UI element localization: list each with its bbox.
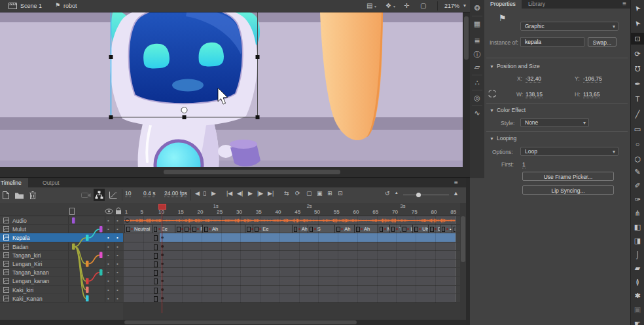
- first-frame-value[interactable]: 1: [522, 161, 526, 168]
- gradient-transform-tool[interactable]: ⟳: [631, 48, 644, 60]
- frame-span[interactable]: [124, 286, 456, 294]
- lip-syncing-button[interactable]: Lip Syncing...: [522, 185, 614, 195]
- y-value[interactable]: -106,75: [583, 75, 602, 83]
- timeline-vscrollbar-thumb[interactable]: [461, 216, 465, 262]
- looping-section-header[interactable]: ▼Looping: [490, 135, 516, 142]
- layer-parent-marker-mulut[interactable]: [99, 226, 103, 233]
- timeline-panel-menu-icon[interactable]: ≡: [454, 179, 458, 186]
- hand-tool[interactable]: ☛: [631, 317, 644, 325]
- frames-grid[interactable]: NeutralEeDEFAhDEeAhSAhAhMTLUhD•S: [123, 216, 460, 303]
- frame-row-lengan_kanan[interactable]: [123, 277, 460, 285]
- reset-zoom-icon[interactable]: ↺: [385, 190, 390, 197]
- mouth-keyframe-segment[interactable]: Uh: [412, 225, 428, 233]
- mouth-keyframe-segment[interactable]: Neutral: [124, 225, 152, 233]
- show-parenting-view-button[interactable]: [94, 189, 105, 201]
- ink-bottle-tool[interactable]: ◨: [631, 235, 644, 246]
- frame-span[interactable]: [124, 268, 456, 276]
- timeline-vscrollbar[interactable]: [460, 203, 466, 320]
- eyedropper-tool[interactable]: ⌡: [631, 248, 644, 260]
- paint-bucket-tool[interactable]: ◧: [631, 221, 644, 233]
- timeline-zoom-slider-track[interactable]: [403, 195, 449, 195]
- frame-row-tangan_kiri[interactable]: [123, 251, 460, 259]
- h-value[interactable]: 113,65: [583, 91, 599, 98]
- frame-span[interactable]: [124, 294, 456, 302]
- zoom-in-timeline-icon[interactable]: ▲: [453, 190, 459, 197]
- motion-editor-panel-icon[interactable]: ∿: [470, 109, 484, 117]
- use-frame-picker-button[interactable]: Use Frame Picker...: [522, 172, 614, 181]
- timeline-hscrollbar-thumb[interactable]: [124, 320, 357, 324]
- pen-tool[interactable]: ✒: [631, 78, 644, 90]
- frame-row-mulut[interactable]: NeutralEeDEFAhDEeAhSAhAhMTLUhD•S: [123, 225, 460, 233]
- layer-parent-marker-tangan_kanan[interactable]: [99, 269, 103, 276]
- edit-scene-icon[interactable]: ▤: [367, 2, 372, 9]
- tab-output[interactable]: Output: [36, 178, 66, 187]
- lock-column-icon[interactable]: [115, 207, 122, 215]
- frame-row-kaki_kiri[interactable]: [123, 286, 460, 294]
- rectangle-tool[interactable]: ▭: [631, 123, 644, 135]
- lasso-tool[interactable]: ℧: [631, 63, 644, 75]
- selection-tool[interactable]: ➤: [631, 3, 644, 14]
- asset-warp-tool[interactable]: ✱: [631, 290, 644, 301]
- symbol-type-dropdown[interactable]: Graphic▾: [520, 22, 618, 31]
- link-width-height-icon[interactable]: [488, 90, 497, 98]
- align-panel-icon[interactable]: ≣: [470, 37, 484, 45]
- frame-span[interactable]: [124, 259, 456, 267]
- color-style-dropdown[interactable]: None▾: [520, 118, 589, 127]
- zoom-dropdown-chevron-icon[interactable]: ▾: [463, 3, 466, 9]
- layer-parent-marker-lengan_kiri[interactable]: [86, 261, 89, 267]
- loop-icon[interactable]: ⟳: [295, 190, 300, 197]
- swatches-panel-icon[interactable]: ▦: [470, 20, 484, 28]
- frame-forward-icon[interactable]: |▶: [257, 190, 263, 197]
- stage-canvas[interactable]: [0, 12, 470, 177]
- layer-parent-marker-audio[interactable]: [72, 218, 75, 224]
- bone-tool[interactable]: ⋔: [631, 207, 644, 219]
- camera-tool[interactable]: ▣: [631, 303, 644, 315]
- pencil-tool[interactable]: ✎: [631, 166, 644, 178]
- mouth-keyframe-segment[interactable]: D: [245, 225, 253, 233]
- timeline-ruler[interactable]: 1s2s3s1510152025303540455055606570758085: [0, 203, 466, 216]
- mouth-keyframe-segment[interactable]: T: [389, 225, 401, 233]
- mouth-keyframe-segment[interactable]: Ah: [292, 225, 308, 233]
- timeline-hscrollbar[interactable]: [0, 320, 466, 325]
- selected-frame-span[interactable]: [160, 233, 456, 241]
- go-first-frame-icon[interactable]: |◀: [226, 190, 232, 197]
- eye-column-icon[interactable]: [105, 208, 113, 214]
- current-frame-value[interactable]: 10: [125, 190, 131, 197]
- free-transform-tool[interactable]: ⊡: [631, 33, 644, 45]
- new-folder-icon[interactable]: [14, 191, 24, 199]
- frame-row-audio[interactable]: [123, 216, 460, 225]
- breadcrumb-scene[interactable]: Scene 1: [20, 3, 42, 9]
- x-value[interactable]: -32,40: [526, 75, 541, 83]
- layer-parent-marker-kepala[interactable]: [86, 235, 89, 241]
- line-tool[interactable]: ╱: [631, 108, 644, 120]
- mouth-keyframe-segment[interactable]: E: [183, 225, 190, 233]
- mouth-keyframe-segment[interactable]: D: [428, 225, 440, 233]
- classic-brush-tool[interactable]: ✐: [631, 180, 644, 191]
- delete-layer-icon[interactable]: [29, 191, 37, 200]
- instance-name-field[interactable]: kepala: [520, 37, 584, 47]
- frame-span[interactable]: [124, 277, 456, 284]
- color-effect-section-header[interactable]: ▼Color Effect: [490, 107, 526, 113]
- mouth-keyframe-segment[interactable]: Ee: [253, 225, 292, 233]
- tab-timeline[interactable]: Timeline: [0, 178, 28, 187]
- clip-content-icon[interactable]: ▢: [420, 2, 426, 9]
- go-last-frame-icon[interactable]: ▶|: [268, 190, 274, 197]
- mouth-keyframe-segment[interactable]: F: [190, 225, 202, 233]
- layer-parent-marker-badan[interactable]: [72, 243, 75, 250]
- tab-properties[interactable]: Properties: [484, 0, 522, 9]
- text-tool[interactable]: T: [631, 93, 644, 105]
- tab-library[interactable]: Library: [522, 0, 551, 9]
- edit-symbols-icon[interactable]: ❖: [385, 2, 391, 9]
- loop-options-dropdown[interactable]: Loop▾: [520, 147, 618, 156]
- paint-brush-tool[interactable]: ✑: [631, 193, 644, 205]
- mouth-keyframe-segment[interactable]: Ee: [152, 225, 175, 233]
- frame-span[interactable]: [124, 251, 456, 259]
- center-stage-icon[interactable]: ✛: [404, 2, 409, 9]
- step-back-icon[interactable]: ◀: [195, 190, 200, 197]
- layer-parent-marker-kaki_kiri[interactable]: [86, 286, 89, 293]
- frame-row-kaki_kanan[interactable]: [123, 294, 460, 303]
- onion-outline-icon[interactable]: ▣: [317, 190, 323, 197]
- frame-row-badan[interactable]: [123, 242, 460, 251]
- frame-back-icon[interactable]: ◀|: [237, 190, 243, 197]
- breadcrumb-symbol[interactable]: robot: [63, 3, 77, 9]
